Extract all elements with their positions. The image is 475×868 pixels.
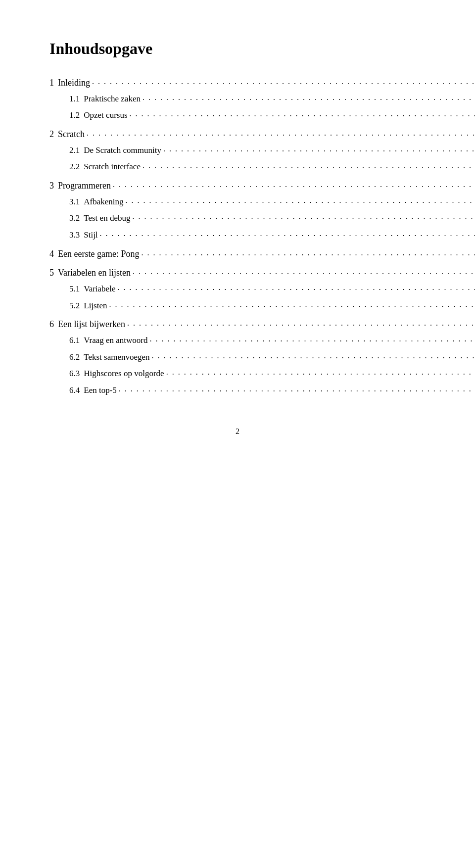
toc-dots-1-2 [130,107,475,121]
toc-dots-6-3 [166,366,475,379]
toc-entry-1-1: 1.1 Praktische zaken 3 [49,92,426,106]
toc-dots-2-1 [163,143,475,156]
toc-entry-4: 4 Een eerste game: Pong 9 [49,247,426,261]
toc-entry-2-1: 2.1 De Scratch community 4 [49,144,426,157]
toc-number-1-1: 1.1 [69,92,80,105]
toc-dots-5 [133,265,475,279]
toc-number-4: 4 [49,247,54,261]
toc-number-6-3: 6.3 [69,367,80,380]
toc-entry-5: 5 Variabelen en lijsten 12 [49,266,426,280]
toc-dots-3 [113,178,475,192]
toc-text-2-2: Scratch interface [84,160,141,173]
toc-text-2: Scratch [58,127,85,142]
toc-dots-5-1 [117,281,475,294]
toc-entry-1: 1 Inleiding 3 [49,76,426,90]
toc-entry-3: 3 Programmeren 7 [49,179,426,193]
toc-text-3-2: Test en debug [84,211,130,225]
toc-entry-6-3: 6.3 Highscores op volgorde 15 [49,367,426,381]
toc-number-6-4: 6.4 [69,384,80,397]
page-title: Inhoudsopgave [49,40,426,58]
toc-dots-6 [127,317,475,330]
toc-text-5-2: Lijsten [84,299,107,312]
toc-text-6-2: Tekst samenvoegen [84,350,149,364]
toc-text-6: Een lijst bijwerken [58,317,125,332]
toc-number-3-2: 3.2 [69,211,80,225]
toc-entry-3-3: 3.3 Stijl 7 [49,228,426,242]
toc-number-2: 2 [49,127,54,142]
toc-entry-2-2: 2.2 Scratch interface 5 [49,160,426,174]
toc-dots-6-1 [150,333,475,346]
toc-dots-6-2 [152,349,475,363]
toc-text-3-3: Stijl [84,228,97,241]
toc-entry-1-2: 1.2 Opzet cursus 3 [49,108,426,122]
toc-dots-2 [87,127,475,140]
toc-text-1-1: Praktische zaken [84,92,141,105]
toc-dots-3-1 [126,194,475,207]
toc-number-6: 6 [49,317,54,332]
toc-dots-4 [141,246,475,260]
toc-number-5-2: 5.2 [69,299,80,312]
page-footer-number: 2 [49,427,426,436]
toc-entry-3-2: 3.2 Test en debug 7 [49,211,426,225]
toc-entry-6: 6 Een lijst bijwerken 14 [49,317,426,332]
toc-number-3: 3 [49,179,54,193]
toc-number-2-1: 2.1 [69,144,80,157]
toc-number-1: 1 [49,76,54,90]
toc-dots-3-3 [100,227,475,241]
toc-text-6-3: Highscores op volgorde [84,367,164,380]
toc-text-3: Programmeren [58,179,111,193]
toc-number-1-2: 1.2 [69,108,80,122]
toc-dots-6-4 [119,383,475,396]
toc-number-6-1: 6.1 [69,334,80,347]
toc-dots-3-2 [132,210,475,224]
toc-number-5-1: 5.1 [69,282,80,295]
toc-text-3-1: Afbakening [84,195,123,208]
toc-text-5-1: Variabele [84,282,115,295]
toc-entry-3-1: 3.1 Afbakening 7 [49,195,426,209]
table-of-contents: 1 Inleiding 3 1.1 Praktische zaken 3 1.2… [49,76,426,397]
toc-entry-5-1: 5.1 Variabele 12 [49,282,426,296]
toc-text-1: Inleiding [58,76,90,90]
toc-text-1-2: Opzet cursus [84,108,127,122]
toc-entry-6-1: 6.1 Vraag en antwoord 14 [49,334,426,347]
toc-text-5: Variabelen en lijsten [58,266,131,280]
toc-text-6-4: Een top-5 [84,384,117,397]
toc-entry-6-4: 6.4 Een top-5 16 [49,384,426,397]
toc-dots-2-2 [142,159,475,172]
toc-number-6-2: 6.2 [69,350,80,364]
toc-number-3-3: 3.3 [69,228,80,241]
toc-number-5: 5 [49,266,54,280]
toc-entry-2: 2 Scratch 4 [49,127,426,142]
toc-dots-1 [92,75,475,89]
toc-number-3-1: 3.1 [69,195,80,208]
toc-entry-5-2: 5.2 Lijsten 13 [49,299,426,313]
toc-dots-1-1 [142,91,475,104]
toc-entry-6-2: 6.2 Tekst samenvoegen 14 [49,350,426,364]
toc-text-4: Een eerste game: Pong [58,247,139,261]
toc-dots-5-2 [109,298,475,311]
toc-number-2-2: 2.2 [69,160,80,173]
toc-text-2-1: De Scratch community [84,144,161,157]
toc-text-6-1: Vraag en antwoord [84,334,147,347]
